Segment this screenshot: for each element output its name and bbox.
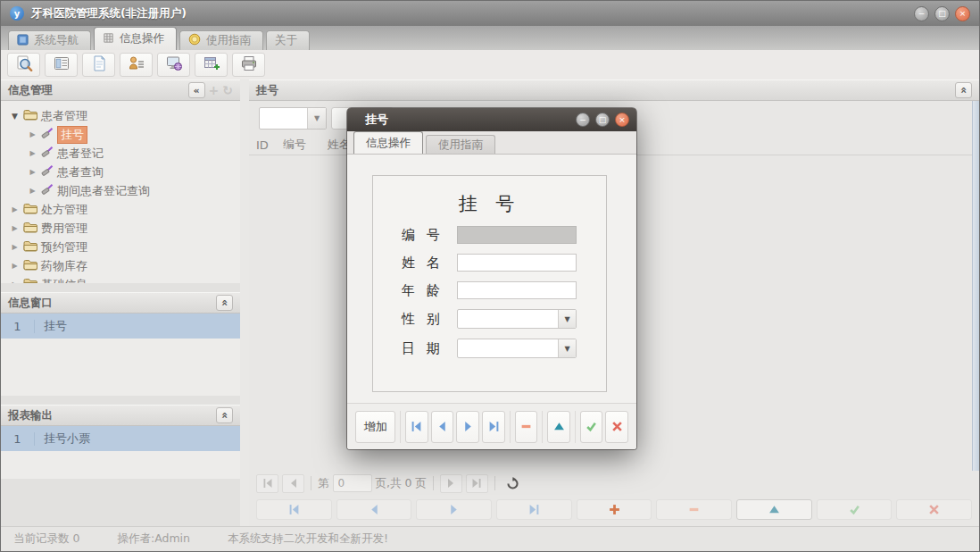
expand-arrow-icon[interactable]: ▶ bbox=[28, 130, 37, 138]
delete-record-button[interactable] bbox=[515, 411, 538, 443]
date-select[interactable]: ▼ bbox=[457, 339, 577, 358]
cancel-record-button[interactable] bbox=[605, 411, 628, 443]
dialog-tab-info-operation[interactable]: 信息操作 bbox=[353, 131, 423, 154]
add-button-label: 增加 bbox=[364, 419, 387, 435]
tab-label: 信息操作 bbox=[120, 31, 164, 46]
tree-item-patient-checkin[interactable]: ▶ 患者登记 bbox=[1, 144, 240, 163]
column-header-id[interactable]: ID bbox=[256, 138, 283, 152]
form-view-button[interactable] bbox=[45, 53, 78, 77]
tab-about[interactable]: 关于 bbox=[266, 30, 310, 50]
dialog-tab-user-guide[interactable]: 使用指南 bbox=[426, 135, 495, 154]
collapse-panel-button[interactable]: « bbox=[216, 407, 233, 423]
tree-item-basic-info[interactable]: ▶ 基础信息 bbox=[1, 275, 240, 283]
first-record-button[interactable] bbox=[405, 411, 428, 443]
info-window-item-registration[interactable]: 1 挂号 bbox=[1, 314, 240, 339]
expand-arrow-icon[interactable]: ▶ bbox=[10, 280, 20, 283]
tree-item-drug-inventory[interactable]: ▶ 药物库存 bbox=[1, 256, 240, 275]
insert-record-button[interactable] bbox=[577, 499, 652, 520]
report-item-registration-ticket[interactable]: 1 挂号小票 bbox=[1, 426, 240, 451]
vertical-scrollbar[interactable] bbox=[972, 101, 979, 471]
tree-item-appointment-management[interactable]: ▶ 预约管理 bbox=[1, 238, 240, 256]
expand-arrow-icon[interactable]: ▶ bbox=[10, 224, 20, 232]
dialog-minimize-button[interactable]: − bbox=[576, 113, 590, 127]
user-list-button[interactable] bbox=[120, 53, 153, 77]
last-record-button[interactable] bbox=[482, 411, 505, 443]
prev-page-button[interactable] bbox=[282, 474, 304, 493]
post-record-button[interactable] bbox=[580, 411, 603, 443]
number-field bbox=[457, 226, 577, 244]
expand-arrow-icon[interactable]: ▶ bbox=[28, 149, 37, 157]
next-record-button[interactable] bbox=[456, 411, 479, 443]
gender-select[interactable]: ▼ bbox=[457, 309, 577, 329]
next-record-button[interactable] bbox=[416, 499, 492, 520]
prev-record-button[interactable] bbox=[431, 411, 454, 443]
tree-item-label: 患者登记 bbox=[57, 146, 104, 162]
table-add-button[interactable] bbox=[195, 53, 228, 77]
cancel-record-button[interactable] bbox=[896, 499, 972, 520]
first-record-button[interactable] bbox=[256, 499, 332, 520]
page-number-input[interactable] bbox=[333, 474, 372, 492]
edit-record-button[interactable] bbox=[547, 411, 570, 443]
tab-info-operation[interactable]: 信息操作 bbox=[94, 27, 177, 50]
age-field[interactable] bbox=[457, 281, 577, 299]
wand-icon bbox=[41, 164, 54, 180]
tree-item-prescription-management[interactable]: ▶ 处方管理 bbox=[1, 200, 240, 219]
printer-button[interactable] bbox=[232, 53, 265, 77]
document-icon bbox=[90, 54, 108, 76]
tree-item-label: 基础信息 bbox=[41, 277, 87, 284]
expand-arrow-icon[interactable]: ▶ bbox=[10, 205, 20, 213]
collapse-arrow-icon[interactable]: ▼ bbox=[10, 112, 20, 121]
expand-arrow-icon[interactable]: ▶ bbox=[10, 243, 20, 251]
column-header-number[interactable]: 编号 bbox=[283, 137, 328, 153]
first-page-button[interactable] bbox=[256, 474, 278, 493]
tree-item-fee-management[interactable]: ▶ 费用管理 bbox=[1, 219, 240, 238]
expand-arrow-icon[interactable]: ▶ bbox=[10, 262, 20, 270]
dialog-title: 挂号 bbox=[365, 112, 388, 128]
tree-item-registration[interactable]: ▶ 挂号 bbox=[1, 125, 240, 144]
next-page-button[interactable] bbox=[440, 474, 462, 493]
search-button[interactable] bbox=[7, 53, 40, 77]
refresh-button[interactable] bbox=[502, 474, 524, 493]
tree-item-patient-management[interactable]: ▼ 患者管理 bbox=[1, 106, 240, 125]
tree-item-patient-query[interactable]: ▶ 患者查询 bbox=[1, 163, 240, 181]
minimize-button[interactable]: − bbox=[914, 6, 929, 21]
form-view-icon bbox=[53, 54, 71, 76]
expand-arrow-icon[interactable]: ▶ bbox=[28, 168, 37, 176]
dialog-close-button[interactable]: × bbox=[615, 113, 629, 127]
sidebar: 信息管理 « + ↻ ▼ 患者管理 ▶ 挂号 ▶ 患者登记 ▶ bbox=[1, 79, 240, 526]
expand-arrow-icon[interactable]: ▶ bbox=[28, 187, 37, 195]
tab-system-navigation[interactable]: 系统导航 bbox=[8, 30, 91, 50]
post-record-button[interactable] bbox=[817, 499, 893, 520]
dropdown-arrow-icon[interactable]: ▼ bbox=[307, 108, 326, 129]
dialog-maximize-button[interactable]: □ bbox=[595, 113, 610, 127]
last-page-button[interactable] bbox=[466, 474, 488, 493]
info-tree: ▼ 患者管理 ▶ 挂号 ▶ 患者登记 ▶ 患者查询 ▶ bbox=[1, 101, 240, 283]
tree-item-period-patient-query[interactable]: ▶ 期间患者登记查询 bbox=[1, 181, 240, 200]
folder-icon bbox=[23, 203, 37, 217]
collapse-sidebar-button[interactable]: « bbox=[188, 82, 205, 98]
filter-combobox[interactable]: ▼ bbox=[259, 107, 327, 130]
collapse-panel-button[interactable]: « bbox=[216, 295, 233, 311]
dialog-titlebar[interactable]: 挂号 − □ × bbox=[347, 108, 636, 131]
close-button[interactable]: × bbox=[955, 6, 970, 21]
edit-record-button[interactable] bbox=[736, 499, 812, 520]
page-total-label: 页,共 0 页 bbox=[376, 476, 427, 491]
maximize-button[interactable]: □ bbox=[934, 6, 950, 21]
add-button[interactable]: 增加 bbox=[355, 411, 395, 443]
document-button[interactable] bbox=[82, 53, 115, 77]
tree-item-label: 患者管理 bbox=[41, 108, 87, 124]
monitor-globe-button[interactable] bbox=[157, 53, 190, 77]
last-record-button[interactable] bbox=[496, 499, 572, 520]
prev-record-button[interactable] bbox=[336, 499, 412, 520]
list-item-index: 1 bbox=[1, 432, 35, 446]
dropdown-arrow-icon[interactable]: ▼ bbox=[558, 310, 576, 328]
field-label-number: 编 号 bbox=[402, 227, 457, 244]
registration-form: 挂 号 编 号 姓 名 年 龄 性 别 ▼ bbox=[372, 175, 607, 392]
tab-user-guide[interactable]: 使用指南 bbox=[179, 30, 263, 50]
name-field[interactable] bbox=[457, 254, 577, 272]
dropdown-arrow-icon[interactable]: ▼ bbox=[558, 339, 576, 357]
collapse-panel-button[interactable]: « bbox=[955, 82, 972, 98]
delete-record-button[interactable] bbox=[656, 499, 732, 520]
tab-label: 关于 bbox=[275, 33, 297, 48]
registration-panel-header: 挂号 « bbox=[249, 79, 979, 101]
